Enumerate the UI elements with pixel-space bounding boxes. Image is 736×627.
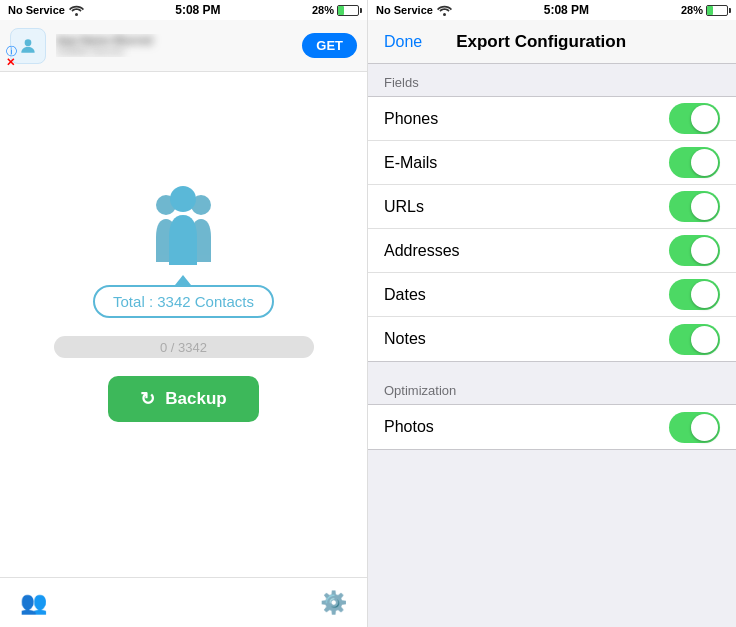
left-battery-pct: 28% bbox=[312, 4, 334, 16]
left-carrier-text: No Service bbox=[8, 4, 65, 16]
emails-toggle[interactable] bbox=[669, 147, 720, 178]
ad-text: App Name Blurred Subtitle blurred bbox=[56, 34, 292, 57]
dates-toggle[interactable] bbox=[669, 279, 720, 310]
backup-label: Backup bbox=[165, 389, 226, 409]
contacts-icon-group bbox=[104, 167, 264, 267]
get-button[interactable]: GET bbox=[302, 33, 357, 58]
wifi-icon bbox=[69, 5, 84, 16]
svg-point-4 bbox=[170, 186, 196, 212]
phones-label: Phones bbox=[384, 110, 438, 128]
photos-row: Photos bbox=[368, 405, 736, 449]
nav-title: Export Configuration bbox=[456, 32, 626, 52]
addresses-label: Addresses bbox=[384, 242, 460, 260]
right-panel: No Service 5:08 PM 28% Done Export Confi… bbox=[368, 0, 736, 627]
total-contacts-text: Total : 3342 Contacts bbox=[113, 293, 254, 310]
section-gap bbox=[368, 362, 736, 372]
ad-subtitle: Subtitle blurred bbox=[56, 46, 292, 57]
left-panel: No Service 5:08 PM 28% ⓘ ✕ App Name Blur bbox=[0, 0, 368, 627]
urls-label: URLs bbox=[384, 198, 424, 216]
right-status-right: 28% bbox=[681, 4, 728, 16]
urls-row: URLs bbox=[368, 185, 736, 229]
settings-list: Fields Phones E-Mails URLs Addresses Dat… bbox=[368, 64, 736, 627]
right-wifi-icon bbox=[437, 5, 452, 16]
left-time: 5:08 PM bbox=[175, 3, 220, 17]
right-battery-pct: 28% bbox=[681, 4, 703, 16]
left-toolbar: 👥 ⚙️ bbox=[0, 577, 367, 627]
left-battery-icon bbox=[337, 5, 359, 16]
ad-title: App Name Blurred bbox=[56, 34, 292, 46]
fields-group: Phones E-Mails URLs Addresses Dates Note… bbox=[368, 96, 736, 362]
close-ad-button[interactable]: ✕ bbox=[6, 56, 15, 69]
progress-bar: 0 / 3342 bbox=[54, 336, 314, 358]
backup-button[interactable]: ↻ Backup bbox=[108, 376, 258, 422]
left-status-right: 28% bbox=[312, 4, 359, 16]
notes-label: Notes bbox=[384, 330, 426, 348]
optimization-section-header: Optimization bbox=[368, 372, 736, 404]
dates-row: Dates bbox=[368, 273, 736, 317]
optimization-header-label: Optimization bbox=[384, 383, 456, 398]
right-time: 5:08 PM bbox=[544, 3, 589, 17]
svg-point-1 bbox=[25, 39, 32, 46]
addresses-row: Addresses bbox=[368, 229, 736, 273]
contacts-toolbar-icon[interactable]: 👥 bbox=[20, 590, 47, 616]
optimization-group: Photos bbox=[368, 404, 736, 450]
photos-label: Photos bbox=[384, 418, 434, 436]
notes-row: Notes bbox=[368, 317, 736, 361]
fields-header-label: Fields bbox=[384, 75, 419, 90]
svg-point-0 bbox=[75, 13, 78, 16]
backup-icon: ↻ bbox=[140, 388, 155, 410]
total-contacts-badge: Total : 3342 Contacts bbox=[93, 285, 274, 318]
left-status-bar: No Service 5:08 PM 28% bbox=[0, 0, 367, 20]
phones-row: Phones bbox=[368, 97, 736, 141]
photos-toggle[interactable] bbox=[669, 412, 720, 443]
fields-section-header: Fields bbox=[368, 64, 736, 96]
urls-toggle[interactable] bbox=[669, 191, 720, 222]
right-nav-bar: Done Export Configuration bbox=[368, 20, 736, 64]
progress-text: 0 / 3342 bbox=[160, 340, 207, 355]
notes-toggle[interactable] bbox=[669, 324, 720, 355]
left-main-content: Total : 3342 Contacts 0 / 3342 ↻ Backup bbox=[0, 72, 367, 577]
right-status-bar: No Service 5:08 PM 28% bbox=[368, 0, 736, 20]
right-carrier-area: No Service bbox=[376, 4, 452, 16]
emails-label: E-Mails bbox=[384, 154, 437, 172]
svg-point-5 bbox=[443, 13, 446, 16]
settings-toolbar-icon[interactable]: ⚙️ bbox=[320, 590, 347, 616]
ad-bar: ⓘ ✕ App Name Blurred Subtitle blurred GE… bbox=[0, 20, 367, 72]
phones-toggle[interactable] bbox=[669, 103, 720, 134]
done-button[interactable]: Done bbox=[384, 33, 422, 51]
right-carrier-text: No Service bbox=[376, 4, 433, 16]
ad-app-svg bbox=[18, 36, 38, 56]
addresses-toggle[interactable] bbox=[669, 235, 720, 266]
contacts-svg bbox=[156, 177, 211, 267]
emails-row: E-Mails bbox=[368, 141, 736, 185]
right-battery-icon bbox=[706, 5, 728, 16]
dates-label: Dates bbox=[384, 286, 426, 304]
left-status-carrier-area: No Service bbox=[8, 4, 84, 16]
